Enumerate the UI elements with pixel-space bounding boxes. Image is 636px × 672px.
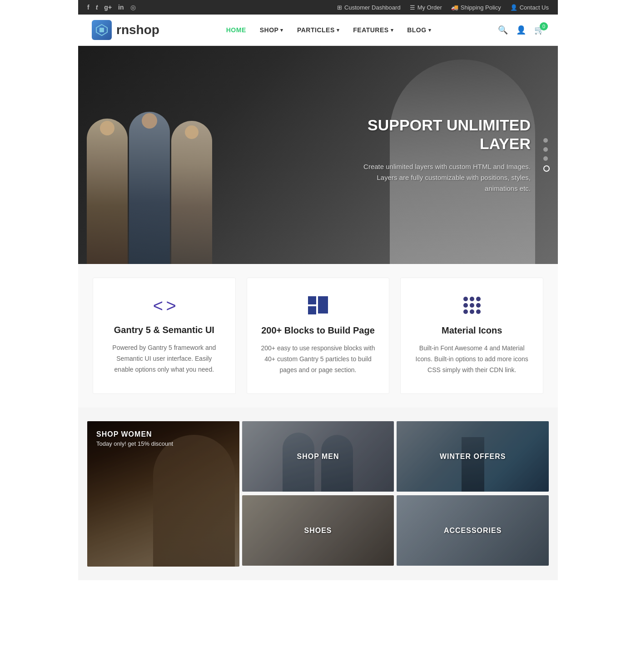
- nav-particles[interactable]: PARTICLES ▾: [297, 26, 339, 34]
- shop-shoes-title: SHOES: [304, 527, 332, 535]
- my-order-link[interactable]: ☰ My Order: [410, 4, 442, 11]
- shop-shoes-card[interactable]: SHOES: [242, 495, 394, 566]
- feature-title-2: 200+ Blocks to Build Page: [261, 325, 376, 336]
- hero-description: Create unlimited layers with custom HTML…: [349, 161, 531, 194]
- svg-point-8: [463, 303, 468, 308]
- women-overlay: SHOP WOMEN Today only! get 15% discount: [87, 421, 239, 567]
- instagram-icon[interactable]: ◎: [130, 4, 136, 11]
- shipping-icon: 🚚: [451, 4, 458, 11]
- nav-features[interactable]: FEATURES ▾: [353, 26, 393, 34]
- slide-dot-4[interactable]: [543, 165, 550, 172]
- logo-icon: [92, 20, 112, 40]
- shop-women-title: SHOP WOMEN: [96, 430, 230, 438]
- features-section: < > Gantry 5 & Semantic UI Powered by Ga…: [78, 264, 558, 408]
- svg-rect-1: [99, 28, 104, 32]
- particles-chevron-icon: ▾: [337, 27, 340, 33]
- shop-section: SHOP WOMEN Today only! get 15% discount …: [78, 408, 558, 580]
- svg-point-13: [476, 309, 481, 314]
- user-icon[interactable]: 👤: [516, 25, 526, 35]
- svg-rect-3: [318, 296, 328, 314]
- slider-dots: [543, 138, 550, 172]
- shop-winter-title: WINTER OFFERS: [440, 453, 506, 461]
- twitter-icon[interactable]: t: [96, 4, 98, 11]
- cart-count: 0: [540, 22, 548, 30]
- shop-chevron-icon: ▾: [280, 27, 283, 33]
- feature-card-icons: Material Icons Built-in Font Awesome 4 a…: [400, 278, 543, 394]
- svg-point-7: [476, 297, 481, 301]
- main-navigation: rnshop HOME SHOP ▾ PARTICLES ▾ FEATURES …: [78, 15, 558, 46]
- shop-accessories-card[interactable]: ACCESSORIES: [397, 495, 549, 566]
- logo-text: rnshop: [116, 23, 159, 37]
- nav-home[interactable]: HOME: [226, 26, 246, 34]
- top-bar: f t g+ in ◎ ⊞ Customer Dashboard ☰ My Or…: [78, 0, 558, 15]
- feature-desc-2: 200+ easy to use responsive blocks with …: [261, 343, 376, 375]
- google-plus-icon[interactable]: g+: [104, 4, 112, 11]
- logo[interactable]: rnshop: [92, 20, 159, 40]
- features-chevron-icon: ▾: [391, 27, 394, 33]
- blog-chevron-icon: ▾: [428, 27, 432, 33]
- slide-dot-3[interactable]: [543, 156, 548, 161]
- shipping-policy-link[interactable]: 🚚 Shipping Policy: [451, 4, 501, 11]
- code-icon: < >: [153, 296, 175, 315]
- contact-us-link[interactable]: 👤 Contact Us: [510, 4, 549, 11]
- order-icon: ☰: [410, 4, 415, 11]
- svg-point-6: [470, 297, 474, 301]
- hero-section: SUPPORT UNLIMITED LAYER Create unlimited…: [78, 46, 558, 264]
- nav-shop[interactable]: SHOP ▾: [260, 26, 283, 34]
- search-icon[interactable]: 🔍: [498, 25, 508, 35]
- nav-links: HOME SHOP ▾ PARTICLES ▾ FEATURES ▾ BLOG …: [226, 26, 431, 34]
- svg-point-10: [476, 303, 481, 308]
- shop-women-card[interactable]: SHOP WOMEN Today only! get 15% discount: [87, 421, 239, 567]
- svg-point-11: [463, 309, 468, 314]
- social-links: f t g+ in ◎: [87, 4, 136, 11]
- shop-women-subtitle: Today only! get 15% discount: [96, 440, 230, 447]
- svg-point-5: [463, 297, 468, 301]
- shop-men-title: SHOP MEN: [297, 453, 339, 461]
- shoes-overlay: SHOES: [242, 495, 394, 566]
- top-nav-links: ⊞ Customer Dashboard ☰ My Order 🚚 Shippi…: [337, 4, 549, 11]
- feature-desc-1: Powered by Gantry 5 framework and Semant…: [107, 343, 222, 375]
- shop-men-card[interactable]: SHOP MEN: [242, 421, 394, 492]
- contact-icon: 👤: [510, 4, 517, 11]
- svg-rect-4: [308, 306, 316, 314]
- winter-overlay: WINTER OFFERS: [397, 421, 549, 492]
- material-dots-icon: [463, 296, 481, 314]
- feature-card-blocks: 200+ Blocks to Build Page 200+ easy to u…: [247, 278, 390, 394]
- nav-blog[interactable]: BLOG ▾: [407, 26, 431, 34]
- grid-blocks-icon: [308, 296, 328, 314]
- shop-winter-card[interactable]: WINTER OFFERS: [397, 421, 549, 492]
- facebook-icon[interactable]: f: [87, 4, 89, 11]
- accessories-overlay: ACCESSORIES: [397, 495, 549, 566]
- linkedin-icon[interactable]: in: [118, 4, 124, 11]
- men-overlay: SHOP MEN: [242, 421, 394, 492]
- svg-point-9: [470, 303, 474, 308]
- cart-button[interactable]: 🛒 0: [534, 25, 544, 35]
- dashboard-icon: ⊞: [337, 4, 342, 11]
- hero-title: SUPPORT UNLIMITED LAYER: [349, 116, 531, 153]
- svg-point-12: [470, 309, 474, 314]
- svg-rect-2: [308, 296, 316, 304]
- feature-desc-3: Built-in Font Awesome 4 and Material Ico…: [414, 343, 529, 375]
- slide-dot-2[interactable]: [543, 147, 548, 152]
- feature-title-1: Gantry 5 & Semantic UI: [107, 325, 222, 335]
- hero-text-block: SUPPORT UNLIMITED LAYER Create unlimited…: [349, 116, 558, 194]
- slide-dot-1[interactable]: [543, 138, 548, 143]
- feature-card-gantry: < > Gantry 5 & Semantic UI Powered by Ga…: [93, 278, 236, 394]
- nav-actions: 🔍 👤 🛒 0: [498, 25, 544, 35]
- shop-accessories-title: ACCESSORIES: [444, 527, 502, 535]
- feature-title-3: Material Icons: [414, 325, 529, 336]
- customer-dashboard-link[interactable]: ⊞ Customer Dashboard: [337, 4, 401, 11]
